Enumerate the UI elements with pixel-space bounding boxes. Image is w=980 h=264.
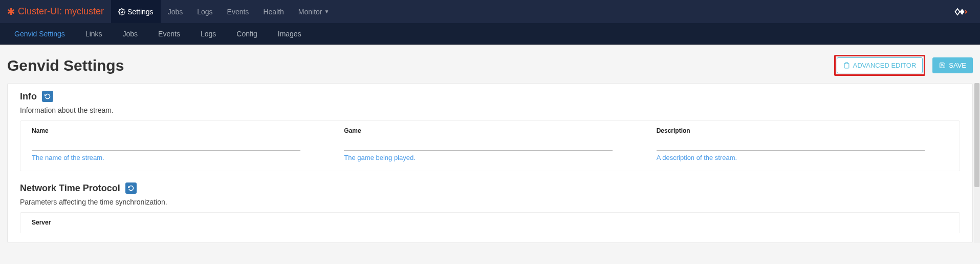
subnav-genvid-settings[interactable]: Genvid Settings <box>4 23 75 45</box>
info-fields-row: Name The name of the stream. Game The ga… <box>32 127 948 161</box>
subnav-config[interactable]: Config <box>226 23 267 45</box>
chevron-down-icon: ▼ <box>324 9 330 14</box>
page-header: Genvid Settings ADVANCED EDITOR SAVE <box>7 52 973 83</box>
game-input[interactable] <box>344 139 613 151</box>
name-input[interactable] <box>32 139 300 151</box>
svg-rect-1 <box>845 63 847 64</box>
field-game-help: The game being played. <box>344 154 636 161</box>
field-description: Description A description of the stream. <box>657 127 948 161</box>
field-description-label: Description <box>657 127 948 134</box>
subnav-images[interactable]: Images <box>268 23 312 45</box>
nav-settings[interactable]: Settings <box>111 0 161 23</box>
save-icon <box>939 62 946 69</box>
ntp-fields-card: Server <box>20 212 960 233</box>
settings-panel: Info Information about the stream. Name … <box>7 83 973 243</box>
section-info-title: Info <box>20 91 37 102</box>
field-name-help: The name of the stream. <box>32 154 323 161</box>
subnav-links[interactable]: Links <box>75 23 113 45</box>
nav-health[interactable]: Health <box>256 0 291 23</box>
gear-icon <box>118 8 125 15</box>
reset-ntp-button[interactable] <box>125 182 137 194</box>
field-game-label: Game <box>344 127 636 134</box>
save-button[interactable]: SAVE <box>932 57 973 73</box>
section-ntp-desc: Parameters affecting the time synchroniz… <box>20 198 960 206</box>
brand[interactable]: ✱ Cluster-UI: mycluster <box>0 6 111 17</box>
advanced-editor-button[interactable]: ADVANCED EDITOR <box>837 57 923 73</box>
advanced-editor-label: ADVANCED EDITOR <box>853 62 917 69</box>
nav-settings-label: Settings <box>127 8 154 16</box>
field-server: Server <box>32 219 948 231</box>
sub-navbar: Genvid Settings Links Jobs Events Logs C… <box>0 23 980 45</box>
content-area: Genvid Settings ADVANCED EDITOR SAVE <box>0 45 980 243</box>
subnav-logs[interactable]: Logs <box>190 23 226 45</box>
asterisk-icon: ✱ <box>7 6 15 17</box>
annotation-highlight: ADVANCED EDITOR <box>834 55 926 76</box>
nav-monitor[interactable]: Monitor ▼ <box>291 0 337 23</box>
scroll-region: Info Information about the stream. Name … <box>7 83 973 243</box>
page-title: Genvid Settings <box>7 57 124 74</box>
field-description-help: A description of the stream. <box>657 154 948 161</box>
brand-text: Cluster-UI: mycluster <box>18 6 104 17</box>
section-info-head: Info <box>20 91 960 102</box>
reset-icon <box>128 185 134 191</box>
scrollbar[interactable] <box>974 83 980 243</box>
description-input[interactable] <box>657 139 925 151</box>
nav-logs[interactable]: Logs <box>190 0 220 23</box>
subnav-jobs[interactable]: Jobs <box>113 23 148 45</box>
info-fields-card: Name The name of the stream. Game The ga… <box>20 120 960 171</box>
nav-jobs[interactable]: Jobs <box>161 0 190 23</box>
svg-point-0 <box>121 11 123 13</box>
save-label: SAVE <box>949 62 966 69</box>
nav-events[interactable]: Events <box>220 0 256 23</box>
reset-icon <box>45 93 51 99</box>
field-name: Name The name of the stream. <box>32 127 323 161</box>
scrollbar-thumb[interactable] <box>974 83 979 187</box>
section-ntp-head: Network Time Protocol <box>20 182 960 194</box>
field-server-label: Server <box>32 219 948 226</box>
clipboard-icon <box>843 62 850 69</box>
field-name-label: Name <box>32 127 323 134</box>
subnav-events[interactable]: Events <box>148 23 190 45</box>
section-info-desc: Information about the stream. <box>20 106 960 114</box>
section-ntp-title: Network Time Protocol <box>20 183 120 194</box>
header-buttons: ADVANCED EDITOR SAVE <box>834 55 973 76</box>
top-navbar: ✱ Cluster-UI: mycluster Settings Jobs Lo… <box>0 0 980 23</box>
field-game: Game The game being played. <box>344 127 636 161</box>
ntp-fields-row: Server <box>32 219 948 231</box>
genvid-logo[interactable] <box>944 7 980 17</box>
reset-info-button[interactable] <box>42 91 53 102</box>
